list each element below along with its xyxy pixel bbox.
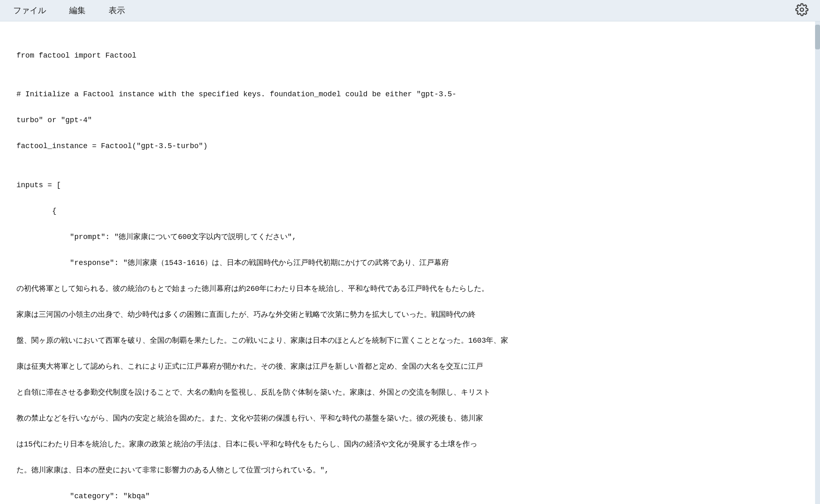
prompt-key: "prompt": "徳川家康について600文字以内で説明してください", [16,231,804,244]
scrollbar[interactable] [815,21,820,504]
comment-line1: # Initialize a Factool instance with the… [16,88,804,101]
code-content: from factool import Factool # Initialize… [16,36,804,504]
inputs-brace-open: { [16,205,804,218]
response-line9: た。徳川家康は、日本の歴史において非常に影響力のある人物として位置づけられている… [16,464,804,477]
menu-view[interactable]: 表示 [105,3,128,18]
inputs-start: inputs = [ [16,179,804,192]
editor-area[interactable]: from factool import Factool # Initialize… [0,21,820,504]
response-line3: 家康は三河国の小領主の出身で、幼少時代は多くの困難に直面したが、巧みな外交術と戦… [16,309,804,322]
response-line5: 康は征夷大将軍として認められ、これにより正式に江戸幕府が開かれた。その後、家康は… [16,360,804,374]
init-line: factool_instance = Factool("gpt-3.5-turb… [16,140,804,153]
response-key-start: "response": "徳川家康（1543-1616）は、日本の戦国時代から江… [16,257,804,270]
scrollbar-thumb[interactable] [815,25,820,49]
category-line: "category": "kbqa" [16,490,804,503]
comment-line2: turbo" or "gpt-4" [16,114,804,127]
settings-icon[interactable] [795,3,808,18]
response-line2: の初代将軍として知られる。彼の統治のもとで始まった徳川幕府は約260年にわたり日… [16,283,804,296]
svg-point-0 [800,8,804,11]
import-line: from factool import Factool [16,49,804,63]
response-line6: と自領に滞在させる参勤交代制度を設けることで、大名の動向を監視し、反乱を防ぐ体制… [16,386,804,399]
menu-bar: ファイル 編集 表示 [0,0,820,21]
menu-edit[interactable]: 編集 [66,3,89,18]
menu-file[interactable]: ファイル [10,3,49,18]
response-line4: 盤、関ヶ原の戦いにおいて西軍を破り、全国の制覇を果たした。この戦いにより、家康は… [16,334,804,348]
response-line8: は15代にわたり日本を統治した。家康の政策と統治の手法は、日本に長い平和な時代を… [16,438,804,451]
response-line7: 教の禁止などを行いながら、国内の安定と統治を固めた。また、文化や芸術の保護も行い… [16,412,804,425]
app-container: ファイル 編集 表示 from factool import Factool #… [0,0,820,504]
